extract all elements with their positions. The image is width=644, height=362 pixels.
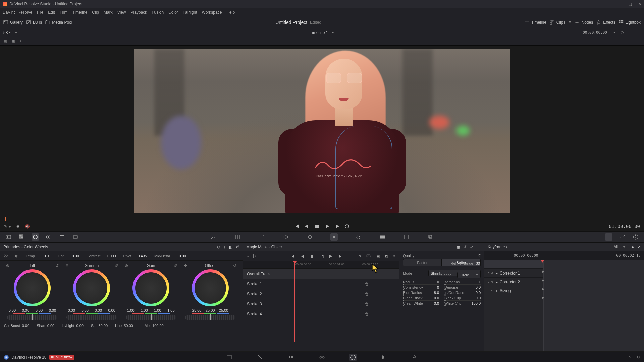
- color-checker-icon[interactable]: [18, 233, 25, 241]
- param-value[interactable]: 0.0: [434, 301, 439, 305]
- prim-value[interactable]: 0.00: [22, 324, 29, 328]
- prev-frame-button[interactable]: [304, 224, 310, 229]
- viewer-options-icon[interactable]: ⋯: [637, 30, 641, 35]
- shape-select[interactable]: Circle▼: [457, 272, 481, 278]
- playhead-marker[interactable]: [5, 217, 6, 221]
- mm-brush-icon[interactable]: ✎: [359, 254, 362, 258]
- mm-invert-icon[interactable]: ◩: [384, 254, 388, 258]
- maximize-icon[interactable]: ▢: [628, 2, 632, 6]
- shelf-luts[interactable]: LUTs: [26, 20, 42, 25]
- record-timecode[interactable]: 01:00:00:00: [609, 224, 640, 229]
- temp-value[interactable]: 0.0: [37, 254, 50, 258]
- wheel-value[interactable]: 25.00: [192, 308, 202, 312]
- wheel-value[interactable]: 0.00: [106, 308, 117, 312]
- track-first-button[interactable]: [291, 254, 296, 259]
- color-warper-icon[interactable]: [234, 233, 241, 241]
- param-value[interactable]: 1: [479, 280, 481, 284]
- project-settings-icon[interactable]: ⚙: [637, 355, 640, 359]
- gain-wheel[interactable]: [132, 269, 169, 306]
- wheel-value[interactable]: 0.00: [93, 308, 104, 312]
- highlight-icon[interactable]: ✦: [19, 39, 22, 43]
- mm-track-row[interactable]: Stroke 1🗑: [243, 279, 399, 289]
- wheel-value[interactable]: 0.00: [34, 308, 44, 312]
- menu-item[interactable]: Trim: [60, 10, 68, 15]
- blur-sharpen-icon[interactable]: [355, 233, 362, 241]
- prim-value[interactable]: 0.00: [76, 324, 84, 328]
- trash-icon[interactable]: 🗑: [365, 282, 395, 286]
- menu-item[interactable]: Color: [168, 10, 178, 15]
- menu-item[interactable]: Fusion: [152, 10, 164, 15]
- sizing-icon[interactable]: [403, 233, 410, 241]
- close-icon[interactable]: ✕: [638, 2, 641, 6]
- mute-icon[interactable]: 🔇: [25, 224, 30, 229]
- key-icon[interactable]: [379, 233, 386, 241]
- gain-jog[interactable]: [126, 315, 176, 320]
- mm-track-row[interactable]: Stroke 2🗑: [243, 289, 399, 299]
- menu-item[interactable]: Mark: [104, 10, 113, 15]
- mm-in-icon[interactable]: ↧: [246, 254, 249, 258]
- gamma-jog[interactable]: [66, 315, 117, 320]
- shelf-timeline[interactable]: Timeline: [525, 20, 546, 25]
- page-fusion[interactable]: [318, 354, 326, 361]
- page-fairlight[interactable]: [380, 354, 387, 361]
- menu-item[interactable]: Timeline: [72, 10, 87, 15]
- menu-item[interactable]: Workspace: [202, 10, 222, 15]
- param-value[interactable]: 0.0: [476, 285, 481, 289]
- wheel-value[interactable]: 0.00: [47, 308, 58, 312]
- mm-track-row[interactable]: Stroke 4🗑: [243, 309, 399, 319]
- auto-balance-icon[interactable]: Ⓐ: [4, 253, 8, 258]
- mm-expand-icon[interactable]: ⤢: [470, 245, 473, 249]
- track-back-button[interactable]: [300, 254, 305, 259]
- page-edit[interactable]: [287, 354, 295, 361]
- mm-stroke-add-icon[interactable]: ⎮⁞: [253, 254, 256, 258]
- scopes-icon[interactable]: [619, 233, 626, 241]
- qualifier-icon[interactable]: [258, 233, 265, 241]
- shelf-clips[interactable]: Clips: [550, 20, 572, 25]
- track-pause-button[interactable]: [310, 254, 314, 259]
- param-value[interactable]: 0.0: [434, 296, 439, 300]
- keyframe-filter[interactable]: All: [613, 245, 618, 249]
- track-last-button[interactable]: [338, 254, 342, 259]
- offset-wheel[interactable]: [192, 269, 229, 306]
- menu-item[interactable]: DaVinci Resolve: [3, 10, 32, 15]
- tracker-icon[interactable]: [306, 233, 314, 241]
- menu-item[interactable]: View: [117, 10, 126, 15]
- keyframe-expand-icon[interactable]: ⤢: [637, 245, 641, 249]
- timeline-name[interactable]: Timeline 1: [310, 30, 328, 35]
- viewer[interactable]: 1989 EST. BROOKLYN, NYC: [0, 46, 644, 216]
- offset-jog[interactable]: [185, 315, 235, 320]
- shelf-media-pool[interactable]: Media Pool: [45, 20, 72, 25]
- mm-track-row[interactable]: Overall Track: [243, 269, 399, 279]
- info-icon[interactable]: [632, 233, 639, 241]
- param-value[interactable]: 0: [437, 285, 439, 289]
- mm-overlay-icon[interactable]: ▣: [376, 254, 380, 258]
- page-cut[interactable]: [257, 354, 264, 361]
- prim-value[interactable]: 100.00: [152, 324, 164, 328]
- param-value[interactable]: 0: [437, 280, 439, 284]
- next-frame-button[interactable]: [334, 224, 340, 229]
- shelf-gallery[interactable]: Gallery: [3, 20, 23, 25]
- minimize-icon[interactable]: —: [618, 2, 622, 6]
- page-media[interactable]: [226, 354, 233, 361]
- wheel-mode-bar-icon[interactable]: ⦀: [224, 245, 225, 249]
- wheel-value[interactable]: 0.00: [7, 308, 17, 312]
- quality-reset-icon[interactable]: ↺: [478, 253, 481, 258]
- menu-item[interactable]: Edit: [48, 10, 55, 15]
- wheel-value[interactable]: 1.00: [125, 308, 136, 312]
- shelf-effects[interactable]: Effects: [596, 20, 615, 25]
- home-icon[interactable]: ⌂: [628, 355, 631, 359]
- split-screen-icon[interactable]: ▦: [11, 39, 15, 43]
- wheel-mode-log-icon[interactable]: ◧: [229, 245, 232, 249]
- wheel-mode-dot-icon[interactable]: ⊙: [217, 245, 220, 249]
- pick-white-icon[interactable]: ◐: [15, 254, 18, 258]
- magic-mask-icon[interactable]: [330, 233, 338, 241]
- track-one-back-button[interactable]: [319, 254, 324, 259]
- wheel-reset-icon[interactable]: ↺: [233, 263, 236, 268]
- trash-icon[interactable]: 🗑: [365, 292, 395, 296]
- menu-item[interactable]: Playback: [130, 10, 147, 15]
- page-color[interactable]: [349, 354, 357, 361]
- param-value[interactable]: 8.0: [434, 291, 439, 295]
- wheel-value[interactable]: 1.00: [139, 308, 150, 312]
- pivot-value[interactable]: 0.435: [133, 254, 147, 258]
- reset-icon[interactable]: ↺: [236, 245, 239, 249]
